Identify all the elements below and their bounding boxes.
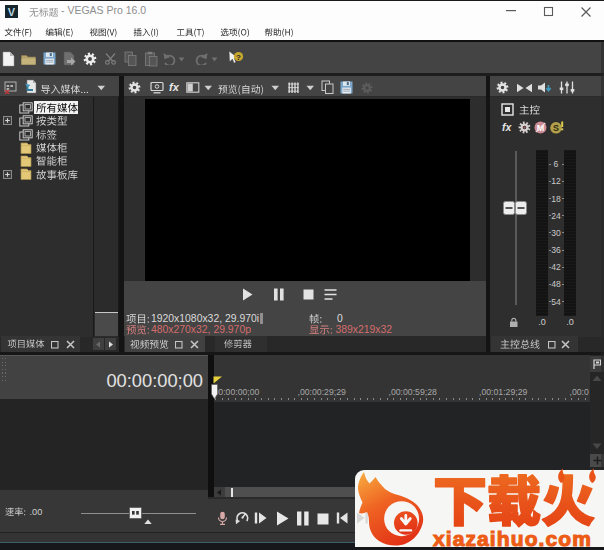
svg-text:V: V	[8, 6, 16, 18]
svg-text:?: ?	[236, 53, 241, 62]
svg-text:S: S	[553, 123, 559, 133]
